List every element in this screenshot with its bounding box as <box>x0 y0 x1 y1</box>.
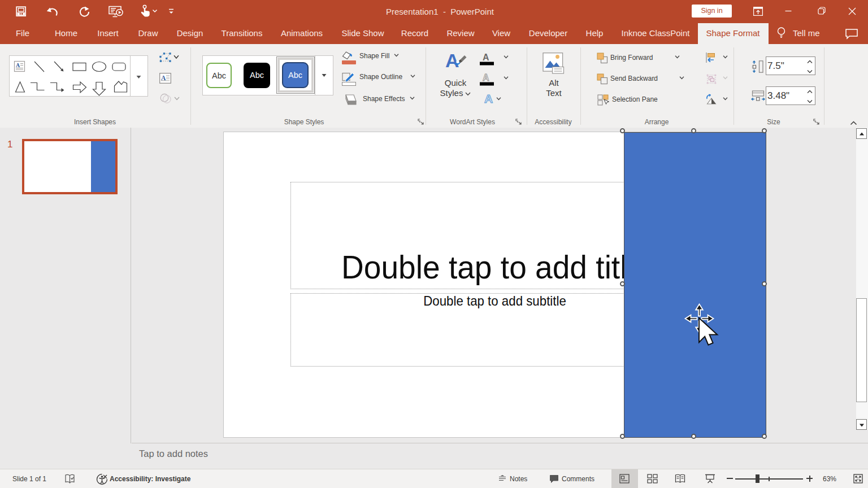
svg-text:A: A <box>161 75 166 81</box>
svg-text:A: A <box>16 62 20 68</box>
svg-text:A: A <box>483 73 489 82</box>
svg-text:A: A <box>484 92 493 105</box>
svg-text:A: A <box>483 53 489 62</box>
